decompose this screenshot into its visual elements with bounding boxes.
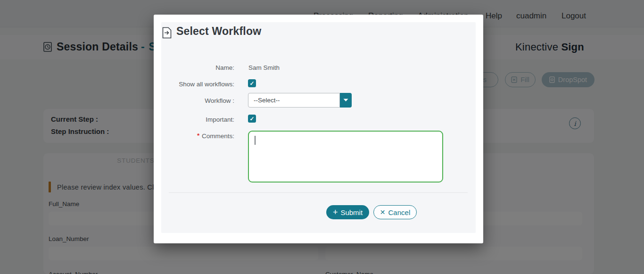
cancel-button-label: Cancel: [388, 208, 411, 216]
cancel-button[interactable]: ✕ Cancel: [373, 205, 417, 219]
name-label: Name:: [168, 64, 234, 71]
check-icon: ✓: [249, 81, 254, 86]
dialog-panel: [161, 22, 476, 233]
workflow-select-value: --Select--: [254, 97, 280, 104]
close-icon: ✕: [380, 209, 386, 216]
submit-button[interactable]: + Submit: [326, 205, 369, 219]
select-workflow-dialog: Select Workflow Name: Sam Smith Show all…: [154, 15, 483, 243]
workflow-select[interactable]: --Select--: [248, 93, 352, 108]
chevron-down-icon[interactable]: [340, 93, 352, 108]
text-caret: [255, 136, 256, 145]
comments-label: Comments:: [168, 133, 234, 140]
workflow-dialog-icon: [162, 27, 172, 39]
dialog-divider: [169, 192, 468, 193]
workflow-label: Workflow :: [168, 97, 234, 104]
plus-icon: +: [333, 208, 338, 216]
important-checkbox[interactable]: ✓: [248, 115, 256, 123]
show-all-workflows-label: Show all workflows:: [168, 81, 234, 88]
important-label: Important:: [168, 116, 234, 123]
show-all-workflows-checkbox[interactable]: ✓: [248, 79, 256, 87]
dialog-title: Select Workflow: [176, 25, 261, 38]
submit-button-label: Submit: [340, 208, 363, 216]
name-value: Sam Smith: [248, 64, 280, 71]
comments-textarea[interactable]: [248, 131, 443, 183]
check-icon: ✓: [249, 116, 254, 122]
